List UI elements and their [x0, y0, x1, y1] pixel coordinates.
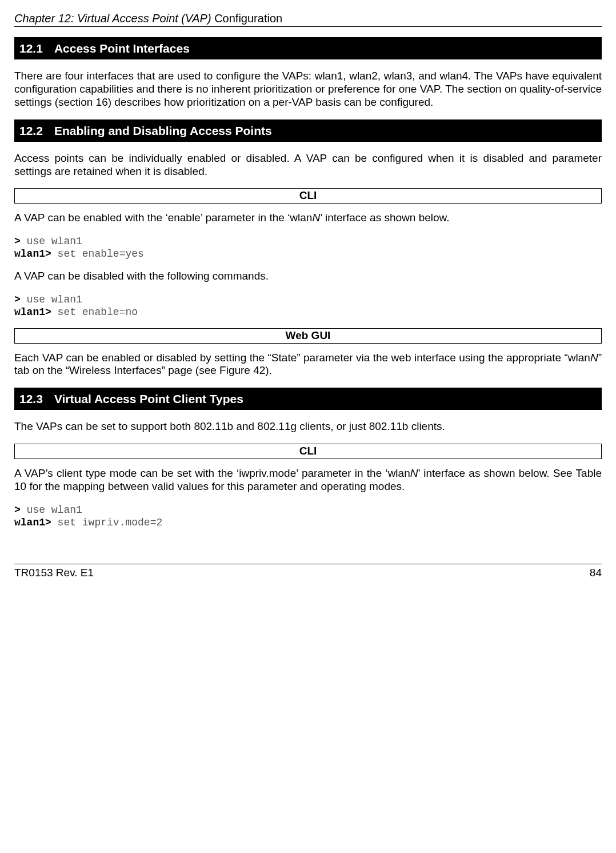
section-body: Access points can be individually enable… [14, 152, 602, 178]
section-body: The VAPs can be set to support both 802.… [14, 420, 602, 433]
text: A VAP’s client type mode can be set with… [14, 467, 410, 479]
chapter-title-plain: Configuration [214, 12, 282, 25]
top-rule [14, 26, 602, 27]
cli-command: use wlan1 [21, 504, 82, 516]
cli-subheader: CLI [14, 444, 602, 459]
chapter-title-italic: Chapter 12: Virtual Access Point (VAP) [14, 12, 214, 25]
cli-command: use wlan1 [21, 294, 82, 305]
webgui-subheader: Web GUI [14, 328, 602, 344]
footer-left: TR0153 Rev. E1 [14, 567, 94, 580]
chapter-title: Chapter 12: Virtual Access Point (VAP) C… [14, 11, 602, 25]
cli-mid-text: A VAP can be disabled with the following… [14, 270, 602, 283]
italic-n: N [312, 212, 320, 224]
section-header-12-1: 12.1Access Point Interfaces [14, 37, 602, 59]
cli-block: > use wlan1 wlan1> set enable=yes [14, 235, 602, 261]
section-header-12-3: 12.3Virtual Access Point Client Types [14, 388, 602, 410]
footer-page-number: 84 [590, 567, 602, 580]
cli-subheader: CLI [14, 188, 602, 204]
cli-command: set enable=yes [51, 248, 144, 260]
cli-block: > use wlan1 wlan1> set iwpriv.mode=2 [14, 504, 602, 529]
cli-command: use wlan1 [21, 236, 82, 247]
cli-prompt: wlan1> [14, 517, 51, 528]
section-header-12-2: 12.2Enabling and Disabling Access Points [14, 119, 602, 142]
cli-intro: A VAP’s client type mode can be set with… [14, 467, 602, 493]
section-body: There are four interfaces that are used … [14, 70, 602, 109]
page-footer: TR0153 Rev. E1 84 [14, 564, 602, 580]
text: Each VAP can be enabled or disabled by s… [14, 352, 590, 364]
section-number: 12.2 [19, 123, 43, 138]
text: A VAP can be enabled with the ‘enable’ p… [14, 212, 312, 224]
italic-n: N [410, 467, 418, 479]
section-number: 12.3 [19, 392, 43, 406]
cli-prompt: > [14, 504, 21, 516]
cli-command: set enable=no [51, 306, 138, 318]
webgui-body: Each VAP can be enabled or disabled by s… [14, 352, 602, 378]
cli-command: set iwpriv.mode=2 [51, 517, 162, 528]
cli-prompt: wlan1> [14, 306, 51, 318]
cli-prompt: > [14, 294, 21, 305]
cli-block: > use wlan1 wlan1> set enable=no [14, 293, 602, 319]
cli-prompt: > [14, 236, 21, 247]
section-title: Virtual Access Point Client Types [54, 392, 243, 405]
bottom-rule [14, 564, 602, 564]
section-title: Access Point Interfaces [54, 42, 190, 55]
cli-intro: A VAP can be enabled with the ‘enable’ p… [14, 212, 602, 225]
text: ’ interface as shown below. [320, 212, 449, 224]
italic-n: N [590, 352, 598, 364]
cli-prompt: wlan1> [14, 248, 51, 260]
section-title: Enabling and Disabling Access Points [54, 124, 272, 137]
section-number: 12.1 [19, 41, 43, 55]
